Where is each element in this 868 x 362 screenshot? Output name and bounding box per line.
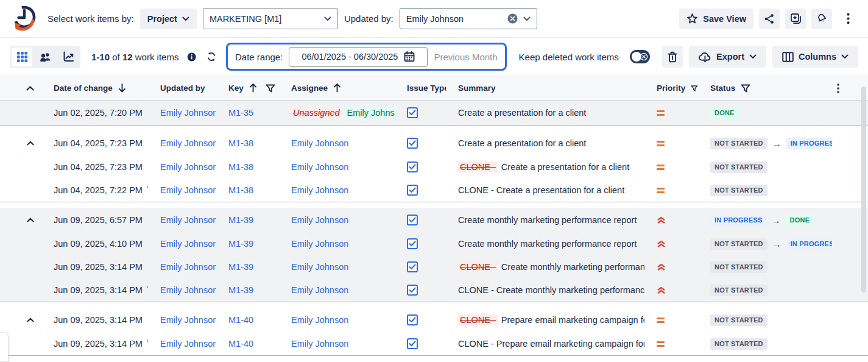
project-select[interactable]: MARKETING [M1] xyxy=(203,8,338,29)
updated-by-link[interactable]: Emily Johnson xyxy=(160,315,216,325)
saved-views-button[interactable] xyxy=(785,9,806,29)
updated-by-link[interactable]: Emily Johnson xyxy=(160,138,216,148)
vertical-scrollbar[interactable] xyxy=(861,87,866,293)
row-collapse-icon[interactable] xyxy=(27,218,34,222)
work-item-key-link[interactable]: M1-38 xyxy=(228,185,253,195)
table-row[interactable]: Jun 04, 2025, 7:22 PMEmily JohnsonM1-38E… xyxy=(0,179,868,202)
header-updated-by[interactable]: Updated by xyxy=(148,83,216,93)
export-button[interactable]: Export xyxy=(689,46,766,68)
saved-views-stack-icon xyxy=(790,13,802,24)
updated-by-select-value: Emily Johnson xyxy=(406,14,464,24)
header-key[interactable]: Key xyxy=(216,83,279,93)
updated-by-select[interactable]: Emily Johnson xyxy=(400,8,537,29)
assignee-link[interactable]: Emily Johnson xyxy=(291,185,348,195)
work-item-key-link[interactable]: M1-40 xyxy=(228,339,253,349)
change-date: Jun 09, 2025, 3:14 PM xyxy=(54,315,143,325)
info-icon[interactable] xyxy=(187,51,196,63)
star-icon xyxy=(686,13,698,24)
header-priority[interactable]: Priority xyxy=(644,83,698,93)
header-status[interactable]: Status xyxy=(698,83,832,93)
summary-text: Create monthly marketing performance rep… xyxy=(458,215,637,225)
chart-view-button[interactable] xyxy=(58,48,79,66)
header-summary[interactable]: Summary xyxy=(446,83,644,93)
work-item-key-link[interactable]: M1-38 xyxy=(228,138,253,148)
table-row[interactable]: Jun 02, 2025, 7:20 PMEmily JohnsonM1-35U… xyxy=(0,101,868,125)
table-row[interactable]: Jun 09, 2025, 4:10 PMEmily JohnsonM1-39E… xyxy=(0,232,868,255)
updated-by-link[interactable]: Emily Johnson xyxy=(160,108,216,118)
filter-icon[interactable] xyxy=(266,84,275,93)
updated-by-link[interactable]: Emily Johnson xyxy=(160,215,216,225)
header-date-of-change[interactable]: Date of change xyxy=(41,83,148,93)
share-button[interactable] xyxy=(759,9,780,29)
date-range-input[interactable]: 06/01/2025 - 06/30/2025 xyxy=(289,47,428,67)
task-type-icon xyxy=(407,138,418,149)
assignee-link[interactable]: Emily Johnson xyxy=(291,162,348,172)
assignee-link[interactable]: Emily Johnson xyxy=(291,285,348,295)
feedback-side-tab[interactable] xyxy=(0,332,9,362)
chevron-down-icon xyxy=(324,16,331,21)
assignee-link[interactable]: Emily Johnson xyxy=(291,315,348,325)
table-row[interactable]: Jun 04, 2025, 7:23 PMEmily JohnsonM1-38E… xyxy=(0,131,868,155)
work-item-key-link[interactable]: M1-35 xyxy=(228,108,253,118)
updated-by-link[interactable]: Emily Johnson xyxy=(160,239,216,249)
save-view-button[interactable]: Save View xyxy=(679,9,753,29)
summary-text: Prepare email marketing campaign fo… xyxy=(501,315,644,325)
chevron-up-icon xyxy=(26,86,34,91)
header-issue-type[interactable]: Issue Type xyxy=(395,83,446,93)
assignee-link[interactable]: Emily Johnson xyxy=(291,339,348,349)
work-item-key-link[interactable]: M1-40 xyxy=(228,315,253,325)
work-item-key-link[interactable]: M1-39 xyxy=(228,239,253,249)
date-range-label: Date range: xyxy=(235,52,283,62)
updated-by-link[interactable]: Emily Johnson xyxy=(160,162,216,172)
chevron-down-icon xyxy=(523,16,531,21)
assignee-link[interactable]: Emily Johnson xyxy=(291,215,348,225)
status-badge: DONE xyxy=(710,107,739,119)
columns-label: Columns xyxy=(799,52,836,62)
select-mode-button[interactable]: Project xyxy=(140,9,197,29)
table-row[interactable]: Jun 09, 2025, 3:14 PMEmily JohnsonM1-40E… xyxy=(0,332,868,355)
delete-button[interactable] xyxy=(662,46,683,68)
assignee-link[interactable]: Emily Johnson xyxy=(291,239,348,249)
priority-medium-icon xyxy=(657,318,665,323)
more-actions-button[interactable] xyxy=(838,9,858,29)
work-item-key-link[interactable]: M1-39 xyxy=(228,285,253,295)
header-assignee[interactable]: Assignee xyxy=(279,83,395,93)
keep-deleted-toggle[interactable] xyxy=(630,50,650,63)
status-transition-arrow: → xyxy=(771,138,783,149)
table-row[interactable]: Jun 09, 2025, 3:14 PMEmily JohnsonM1-40E… xyxy=(0,308,868,332)
filter-icon[interactable] xyxy=(691,84,698,93)
task-type-icon xyxy=(407,238,418,249)
assignee-link[interactable]: Emily Johnson xyxy=(291,262,348,272)
table-row[interactable]: Jun 09, 2025, 3:14 PMEmily JohnsonM1-39E… xyxy=(0,279,868,302)
previous-month-label[interactable]: Previous Month xyxy=(434,52,497,62)
columns-button[interactable]: Columns xyxy=(772,46,858,68)
updated-by-link[interactable]: Emily Johnson xyxy=(160,285,216,295)
collapse-all-button[interactable] xyxy=(0,86,41,91)
summary-removed: CLONE - xyxy=(458,314,498,325)
notifications-button[interactable] xyxy=(811,9,832,29)
work-item-key-link[interactable]: M1-39 xyxy=(228,215,253,225)
filter-icon[interactable] xyxy=(741,84,750,93)
people-view-button[interactable] xyxy=(35,48,55,66)
assignee-link[interactable]: Emily Johnson xyxy=(291,138,348,148)
updated-by-link[interactable]: Emily Johnson xyxy=(160,262,216,272)
row-collapse-icon[interactable] xyxy=(27,318,34,322)
work-item-key-link[interactable]: M1-38 xyxy=(228,162,253,172)
task-type-icon xyxy=(407,107,418,118)
clear-filter-icon[interactable] xyxy=(507,13,518,24)
sort-asc-icon xyxy=(249,83,257,93)
row-collapse-icon[interactable] xyxy=(27,141,34,146)
calendar-icon[interactable] xyxy=(404,51,415,62)
table-view-button[interactable] xyxy=(12,48,32,66)
priority-high-icon xyxy=(657,286,666,294)
refresh-icon[interactable] xyxy=(206,51,216,63)
updated-by-link[interactable]: Emily Johnson xyxy=(160,339,216,349)
work-item-key-link[interactable]: M1-39 xyxy=(228,262,253,272)
table-row[interactable]: Jun 09, 2025, 3:14 PMEmily JohnsonM1-39E… xyxy=(0,255,868,279)
updated-by-link[interactable]: Emily Johnson xyxy=(160,185,216,195)
table-body: Jun 02, 2025, 7:20 PMEmily JohnsonM1-35U… xyxy=(0,101,868,356)
count-suffix: work items xyxy=(135,52,179,62)
select-mode-label: Project xyxy=(147,14,177,24)
table-row[interactable]: Jun 09, 2025, 6:57 PMEmily JohnsonM1-39E… xyxy=(0,208,868,232)
table-row[interactable]: Jun 04, 2025, 7:23 PMEmily JohnsonM1-38E… xyxy=(0,155,868,179)
